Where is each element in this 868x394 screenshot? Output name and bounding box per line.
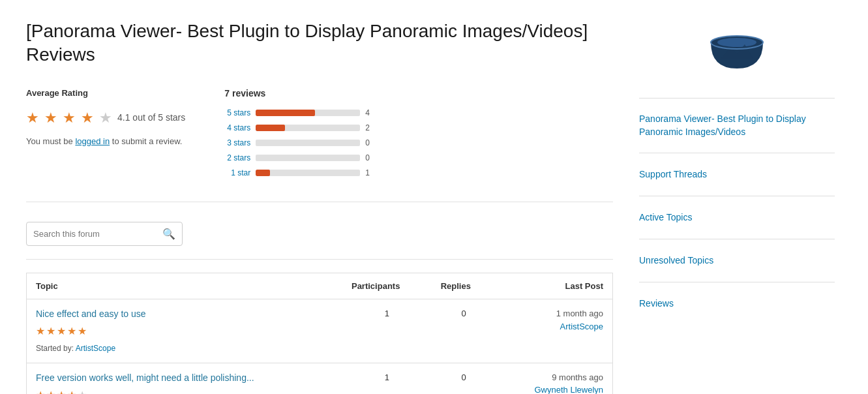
replies-cell-1: 0 bbox=[432, 363, 496, 394]
star-1: ★ bbox=[26, 107, 39, 129]
col-replies: Replies bbox=[432, 273, 496, 299]
bar-track-2 bbox=[256, 140, 360, 146]
search-box: 🔍 bbox=[26, 222, 183, 246]
last-post-time-0: 1 month ago bbox=[505, 307, 603, 320]
star-2: ★ bbox=[44, 107, 57, 129]
rating-score: 4.1 out of 5 stars bbox=[117, 111, 185, 125]
sidebar-support-threads[interactable]: Support Threads bbox=[639, 161, 835, 188]
topic-star-1-4: ★ bbox=[78, 387, 87, 394]
sidebar-divider-4 bbox=[639, 239, 835, 239]
average-rating-block: Average Rating ★ ★ ★ ★ ★ 4.1 out of 5 st… bbox=[26, 87, 185, 182]
topics-table: Topic Participants Replies Last Post Nic… bbox=[26, 273, 613, 394]
search-input[interactable] bbox=[27, 224, 156, 244]
participants-cell-0: 1 bbox=[342, 299, 432, 363]
stars-display: ★ ★ ★ ★ ★ 4.1 out of 5 stars bbox=[26, 107, 185, 129]
star-5: ★ bbox=[99, 107, 112, 129]
bar-count-0: 4 bbox=[365, 107, 373, 119]
topic-star-1-2: ★ bbox=[57, 387, 66, 394]
topic-star-1-3: ★ bbox=[67, 387, 76, 394]
star-3: ★ bbox=[63, 107, 76, 129]
plugin-icon bbox=[704, 20, 770, 85]
search-section: 🔍 bbox=[26, 222, 613, 260]
search-button[interactable]: 🔍 bbox=[156, 222, 182, 245]
table-row: Nice effect and easy to use ★★★★★ Starte… bbox=[27, 299, 613, 363]
rating-bars: 7 reviews 5 stars 4 4 stars 2 3 stars 0 … bbox=[224, 87, 613, 182]
sidebar-divider-5 bbox=[639, 282, 835, 282]
bar-row-2: 3 stars 0 bbox=[224, 137, 613, 149]
last-post-user-1: Gwyneth Llewelyn bbox=[505, 384, 603, 394]
bar-row-4: 1 star 1 bbox=[224, 167, 613, 179]
reviews-count: 7 reviews bbox=[224, 87, 613, 100]
bar-track-3 bbox=[256, 155, 360, 161]
bar-track-0 bbox=[256, 110, 360, 116]
average-rating-label: Average Rating bbox=[26, 87, 185, 100]
topic-cell-1: Free version works well, might need a li… bbox=[27, 363, 342, 394]
participants-cell-1: 1 bbox=[342, 363, 432, 394]
topic-link-0[interactable]: Nice effect and easy to use bbox=[36, 307, 333, 321]
star-4: ★ bbox=[81, 107, 94, 129]
bar-row-3: 2 stars 0 bbox=[224, 152, 613, 164]
col-last-post: Last Post bbox=[496, 273, 613, 299]
bar-label-1: 4 stars bbox=[224, 122, 250, 134]
sidebar-unresolved-topics[interactable]: Unresolved Topics bbox=[639, 247, 835, 274]
topic-link-1[interactable]: Free version works well, might need a li… bbox=[36, 371, 333, 385]
bar-track-4 bbox=[256, 170, 360, 176]
page-container: [Panorama Viewer- Best Plugin to Display… bbox=[0, 0, 868, 394]
sidebar-divider-3 bbox=[639, 196, 835, 196]
topic-star-0-0: ★ bbox=[36, 324, 45, 339]
col-participants: Participants bbox=[342, 273, 432, 299]
topic-star-0-2: ★ bbox=[57, 324, 66, 339]
last-post-cell-1: 9 months ago Gwyneth Llewelyn bbox=[496, 363, 613, 394]
sidebar-divider-2 bbox=[639, 153, 835, 153]
topic-cell-0: Nice effect and easy to use ★★★★★ Starte… bbox=[27, 299, 342, 363]
bar-count-2: 0 bbox=[365, 137, 373, 149]
last-post-cell-0: 1 month ago ArtistScope bbox=[496, 299, 613, 363]
bar-label-4: 1 star bbox=[224, 167, 250, 179]
bar-count-4: 1 bbox=[365, 167, 373, 179]
page-title: [Panorama Viewer- Best Plugin to Display… bbox=[26, 20, 613, 67]
sidebar-active-topics[interactable]: Active Topics bbox=[639, 204, 835, 231]
topic-author-0[interactable]: ArtistScope bbox=[76, 344, 115, 353]
bar-label-0: 5 stars bbox=[224, 107, 250, 119]
bar-rows: 5 stars 4 4 stars 2 3 stars 0 2 stars 0 bbox=[224, 107, 613, 179]
topic-star-1-1: ★ bbox=[46, 387, 55, 394]
topic-star-0-4: ★ bbox=[78, 324, 87, 339]
bar-count-1: 2 bbox=[365, 122, 373, 134]
bar-row-1: 4 stars 2 bbox=[224, 122, 613, 134]
plugin-logo-container bbox=[639, 20, 835, 85]
bar-label-2: 3 stars bbox=[224, 137, 250, 149]
col-topic: Topic bbox=[27, 273, 342, 299]
login-text: You must be logged in to submit a review… bbox=[26, 135, 185, 148]
ratings-section: Average Rating ★ ★ ★ ★ ★ 4.1 out of 5 st… bbox=[26, 87, 613, 202]
table-row: Free version works well, might need a li… bbox=[27, 363, 613, 394]
sidebar-divider-1 bbox=[639, 98, 835, 98]
topic-stars-1: ★★★★★ bbox=[36, 387, 333, 394]
replies-cell-0: 0 bbox=[432, 299, 496, 363]
bar-track-1 bbox=[256, 125, 360, 131]
started-by-0: Started by: ArtistScope bbox=[36, 344, 115, 353]
topics-tbody: Nice effect and easy to use ★★★★★ Starte… bbox=[27, 299, 613, 394]
svg-point-1 bbox=[717, 38, 756, 47]
last-post-time-1: 9 months ago bbox=[505, 371, 603, 384]
sidebar-plugin-link[interactable]: Panorama Viewer- Best Plugin to Display … bbox=[639, 106, 835, 145]
sidebar-reviews[interactable]: Reviews bbox=[639, 290, 835, 317]
bar-fill-4 bbox=[256, 170, 270, 176]
bar-label-3: 2 stars bbox=[224, 152, 250, 164]
topic-star-1-0: ★ bbox=[36, 387, 45, 394]
login-link[interactable]: logged in bbox=[75, 136, 110, 146]
bar-fill-1 bbox=[256, 125, 285, 131]
bar-fill-0 bbox=[256, 110, 315, 116]
topic-star-0-1: ★ bbox=[46, 324, 55, 339]
topic-stars-0: ★★★★★ bbox=[36, 324, 333, 339]
sidebar: Panorama Viewer- Best Plugin to Display … bbox=[639, 20, 835, 394]
table-header-row: Topic Participants Replies Last Post bbox=[27, 273, 613, 299]
topic-star-0-3: ★ bbox=[67, 324, 76, 339]
main-content: [Panorama Viewer- Best Plugin to Display… bbox=[26, 20, 613, 394]
last-post-user-0: ArtistScope bbox=[505, 320, 603, 333]
bar-row-0: 5 stars 4 bbox=[224, 107, 613, 119]
bar-count-3: 0 bbox=[365, 152, 373, 164]
